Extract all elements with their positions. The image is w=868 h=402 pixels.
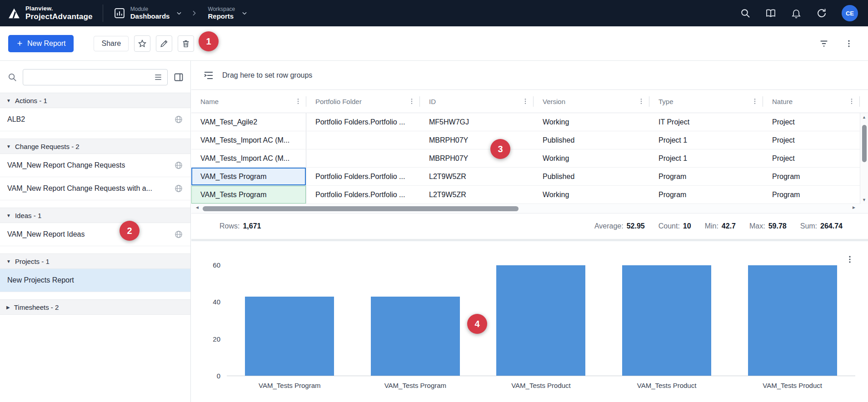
module-value: Dashboards <box>130 12 170 20</box>
row-groups-dropzone[interactable]: Drag here to set row groups <box>191 61 868 90</box>
table-cell[interactable]: MBRPH07Y <box>420 149 534 167</box>
column-menu-icon[interactable] <box>294 98 302 105</box>
report-toolbar: New Report Share <box>0 26 868 61</box>
book-icon[interactable] <box>765 8 776 19</box>
table-cell[interactable]: MF5HW7GJ <box>420 113 534 131</box>
table-cell[interactable]: Working <box>534 113 649 131</box>
delete-button[interactable] <box>178 35 194 52</box>
table-cell[interactable]: Portfolio Folders.Portfolio ... <box>306 113 420 131</box>
refresh-icon[interactable] <box>816 8 827 19</box>
section-header-timesheets[interactable]: ▶ Timesheets - 2 <box>0 299 190 315</box>
column-header-version[interactable]: Version <box>534 90 649 113</box>
table-cell[interactable]: Program <box>649 186 763 203</box>
section-header-change-requests[interactable]: ▼ Change Requests - 2 <box>0 139 190 154</box>
table-cell[interactable]: Project 1 <box>649 131 763 149</box>
table-row-selected[interactable]: VAM_Tests Program Portfolio Folders.Port… <box>191 168 868 186</box>
table-cell-focused[interactable]: VAM_Tests Program <box>191 168 306 185</box>
column-menu-icon[interactable] <box>522 98 529 105</box>
chart-menu-icon[interactable] <box>845 255 854 264</box>
column-menu-icon[interactable] <box>751 98 758 105</box>
globe-icon <box>174 161 183 170</box>
edit-button[interactable] <box>156 35 172 52</box>
table-row[interactable]: VAM_Tests_Import AC (M... MBRPH07Y Worki… <box>191 149 868 168</box>
table-cell-range[interactable]: VAM_Tests Program <box>191 186 306 203</box>
table-cell[interactable]: Program <box>763 186 868 203</box>
table-cell[interactable]: IT Project <box>649 113 763 131</box>
column-header-type[interactable]: Type <box>649 90 763 113</box>
module-label: Module <box>130 6 170 12</box>
table-cell[interactable]: VAM_Tests_Import AC (M... <box>191 131 306 149</box>
report-item-new-projects-report[interactable]: New Projects Report <box>0 269 190 292</box>
top-navbar: Planview. ProjectAdvantage Module Dashbo… <box>0 0 868 26</box>
report-search-input[interactable] <box>28 74 150 81</box>
report-item-ideas[interactable]: VAM_New Report Ideas <box>0 223 190 246</box>
grid-body: VAM_Test_Agile2 Portfolio Folders.Portfo… <box>191 113 868 204</box>
user-avatar[interactable]: CE <box>842 5 858 21</box>
search-icon[interactable] <box>740 8 751 19</box>
table-cell[interactable]: Working <box>534 186 649 203</box>
filter-icon[interactable] <box>819 39 829 49</box>
scroll-left-arrow-icon[interactable]: ◄ <box>195 205 200 210</box>
favorite-button[interactable] <box>134 35 150 52</box>
table-cell[interactable]: Project 1 <box>649 149 763 167</box>
table-cell[interactable]: Published <box>534 168 649 185</box>
scroll-right-arrow-icon[interactable]: ► <box>852 205 856 210</box>
share-button[interactable]: Share <box>94 36 129 51</box>
table-cell[interactable]: Working <box>534 149 649 167</box>
sidebar-section-ideas: ▼ Ideas - 1 VAM_New Report Ideas <box>0 208 190 246</box>
report-item-change-requests-1[interactable]: VAM_New Report Change Requests <box>0 154 190 177</box>
menu-icon[interactable] <box>154 73 163 82</box>
table-cell[interactable]: Portfolio Folders.Portfolio ... <box>306 168 420 185</box>
report-item-change-requests-2[interactable]: VAM_New Report Change Requests with a... <box>0 177 190 200</box>
report-search-box[interactable] <box>23 69 168 85</box>
column-header-portfolio-folder[interactable]: Portfolio Folder <box>306 90 420 113</box>
panel-toggle-icon[interactable] <box>173 72 184 83</box>
column-menu-icon[interactable] <box>408 98 415 105</box>
table-cell[interactable]: VAM_Test_Agile2 <box>191 113 306 131</box>
scroll-up-arrow-icon[interactable]: ▲ <box>860 115 868 119</box>
table-cell[interactable]: Program <box>649 168 763 185</box>
table-cell[interactable]: Project <box>763 113 868 131</box>
table-row[interactable]: VAM_Test_Agile2 Portfolio Folders.Portfo… <box>191 113 868 131</box>
vertical-scrollbar[interactable]: ▲ ▼ <box>860 113 868 204</box>
table-cell[interactable]: Program <box>763 168 868 185</box>
table-cell[interactable]: MBRPH07Y <box>420 131 534 149</box>
report-item-alb2[interactable]: ALB2 <box>0 108 190 131</box>
stat-count: Count:10 <box>658 222 691 230</box>
table-cell[interactable]: Published <box>534 131 649 149</box>
table-cell[interactable]: L2T9W5ZR <box>420 186 534 203</box>
table-row-range[interactable]: VAM_Tests Program Portfolio Folders.Port… <box>191 186 868 204</box>
section-header-ideas[interactable]: ▼ Ideas - 1 <box>0 208 190 223</box>
table-cell[interactable]: Project <box>763 149 868 167</box>
horizontal-scrollbar[interactable]: ◄ ► <box>191 204 868 213</box>
scroll-down-arrow-icon[interactable]: ▼ <box>860 198 868 202</box>
section-header-actions[interactable]: ▼ Actions - 1 <box>0 93 190 108</box>
row-groups-icon <box>203 70 214 81</box>
caret-down-icon: ▼ <box>6 213 11 218</box>
table-cell[interactable]: VAM_Tests_Import AC (M... <box>191 149 306 167</box>
table-row[interactable]: VAM_Tests_Import AC (M... MBRPH07Y Publi… <box>191 131 868 149</box>
table-cell[interactable]: Project <box>763 131 868 149</box>
table-cell[interactable] <box>306 131 420 149</box>
kebab-menu-icon[interactable] <box>844 39 853 48</box>
column-menu-icon[interactable] <box>638 98 645 105</box>
bell-icon[interactable] <box>791 8 802 19</box>
column-header-id[interactable]: ID <box>420 90 534 113</box>
module-switcher[interactable]: Module Dashboards <box>113 6 183 20</box>
y-axis-label: 20 <box>213 335 220 342</box>
horizontal-scrollbar-thumb[interactable] <box>203 206 519 211</box>
new-report-button[interactable]: New Report <box>8 35 74 52</box>
chart-plot-area: 60 40 20 0 <box>227 265 855 376</box>
column-header-name[interactable]: Name <box>191 90 306 113</box>
vertical-scrollbar-thumb[interactable] <box>862 125 867 162</box>
table-cell[interactable] <box>306 149 420 167</box>
stat-average: Average:52.95 <box>594 222 645 230</box>
brand[interactable]: Planview. ProjectAdvantage <box>7 5 103 22</box>
column-header-nature[interactable]: Nature <box>763 90 860 113</box>
section-header-projects[interactable]: ▼ Projects - 1 <box>0 253 190 269</box>
workspace-switcher[interactable]: Workspace Reports <box>208 6 248 20</box>
caret-right-icon: ▶ <box>6 305 10 310</box>
table-cell[interactable]: Portfolio Folders.Portfolio ... <box>306 186 420 203</box>
table-cell[interactable]: L2T9W5ZR <box>420 168 534 185</box>
column-menu-icon[interactable] <box>848 98 855 105</box>
